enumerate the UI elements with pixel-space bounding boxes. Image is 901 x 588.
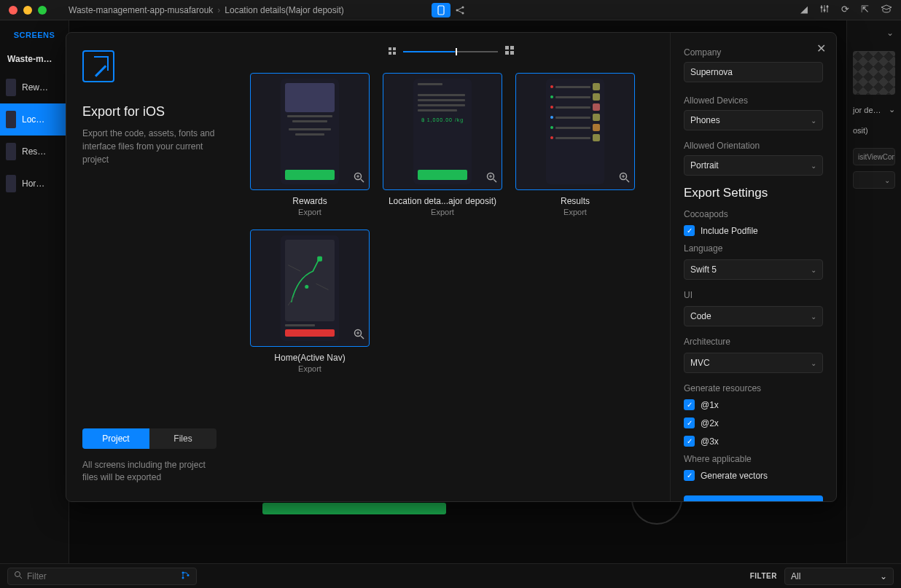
- svg-rect-0: [438, 6, 444, 15]
- inspector-field[interactable]: isitViewContro: [853, 148, 895, 165]
- architecture-label: Architecture: [684, 337, 823, 347]
- branch-icon[interactable]: [181, 571, 190, 582]
- close-icon[interactable]: ✕: [816, 42, 826, 55]
- res2x-checkbox[interactable]: ✓: [684, 418, 695, 428]
- sidebar-thumb: [6, 79, 16, 96]
- filter-select[interactable]: All ⌄: [784, 568, 894, 585]
- bottombar: FILTER All ⌄: [0, 563, 901, 588]
- zoom-slider[interactable]: [403, 51, 498, 52]
- include-podfile-label: Include Podfile: [701, 226, 758, 236]
- language-label: Language: [684, 243, 823, 254]
- modal-subtitle: Export the code, assets, fonts and inter…: [82, 127, 217, 166]
- svg-point-5: [824, 9, 826, 12]
- magnify-icon[interactable]: [354, 329, 364, 342]
- devices-select[interactable]: Phones⌄: [684, 110, 823, 130]
- export-modal: Export for iOS Export the code, assets, …: [66, 32, 837, 502]
- svg-point-4: [821, 7, 823, 9]
- svg-point-23: [305, 285, 308, 289]
- svg-point-6: [827, 6, 829, 8]
- breadcrumb-screen[interactable]: Location details(Major deposit): [225, 5, 343, 15]
- chevron-down-icon: ⌄: [811, 162, 816, 170]
- titlebar: Waste-management-app-musafarouk › Locati…: [0, 0, 901, 20]
- sidebar-item-rewards[interactable]: Rew…: [0, 71, 69, 103]
- open-external-icon[interactable]: ⇱: [861, 4, 869, 16]
- res3x-checkbox[interactable]: ✓: [684, 436, 695, 447]
- filter-input[interactable]: [27, 571, 176, 581]
- window-close[interactable]: [9, 6, 17, 15]
- screen-card-label: Results: [515, 196, 635, 206]
- export-button[interactable]: Export: [684, 495, 823, 501]
- architecture-select[interactable]: MVC⌄: [684, 353, 823, 373]
- inspector-preview: [853, 51, 895, 95]
- breadcrumb-project[interactable]: Waste-management-app-musafarouk: [69, 5, 213, 15]
- sidebar-thumb: [6, 143, 16, 160]
- svg-rect-15: [505, 46, 509, 50]
- modal-left-column: Export for iOS Export the code, assets, …: [66, 33, 233, 501]
- screen-card-location[interactable]: ฿ 1,000.00 /kg Location deta...ajor depo…: [383, 73, 502, 216]
- zoom-bar: [250, 46, 652, 57]
- window-zoom[interactable]: [38, 6, 47, 15]
- sidebar-item-home[interactable]: Hor…: [0, 168, 69, 200]
- chevron-down-icon[interactable]: ⌄: [886, 28, 894, 38]
- zoom-small-icon[interactable]: [389, 47, 396, 57]
- sidebar-item-label: Loc…: [22, 114, 44, 125]
- sidebar-item-label: Res…: [22, 146, 46, 157]
- sidebar-item-label: Hor…: [22, 179, 44, 189]
- svg-point-9: [182, 576, 184, 579]
- svg-rect-17: [505, 51, 509, 55]
- screen-card-sublabel: Export: [515, 208, 635, 216]
- ui-label: UI: [684, 290, 823, 300]
- inspector-text: jor de…: [853, 106, 881, 114]
- device-phone-button[interactable]: [432, 3, 450, 17]
- res1x-label: @1x: [701, 400, 719, 410]
- magnify-icon[interactable]: [354, 172, 364, 185]
- tab-files[interactable]: Files: [149, 428, 217, 449]
- res2x-label: @2x: [701, 418, 719, 428]
- company-label: Company: [684, 47, 823, 58]
- sidebar-item-location[interactable]: Loc…: [0, 103, 69, 136]
- device-share-button[interactable]: [450, 3, 469, 17]
- sidebar-item-results[interactable]: Res…: [0, 136, 69, 168]
- sidebar-project-title[interactable]: Waste-m…: [0, 47, 69, 71]
- svg-rect-14: [393, 52, 396, 55]
- fill-icon[interactable]: ◢: [800, 4, 808, 16]
- magnify-icon[interactable]: [619, 172, 630, 185]
- inspector-text: osit): [847, 119, 901, 142]
- chevron-down-icon[interactable]: ⌄: [889, 105, 895, 114]
- refresh-icon[interactable]: ⟳: [841, 4, 849, 16]
- zoom-slider-thumb[interactable]: [456, 48, 457, 55]
- res3x-label: @3x: [701, 436, 719, 447]
- filter-input-wrap[interactable]: [7, 568, 197, 585]
- modal-bottom-desc: All screens including the project files …: [82, 459, 217, 484]
- inspector-panel: ⌄ jor de… ⌄ osit) isitViewContro ⌄: [846, 20, 901, 563]
- vectors-checkbox[interactable]: ✓: [684, 470, 695, 481]
- graduation-icon[interactable]: [881, 4, 892, 16]
- chevron-down-icon: ⌄: [811, 359, 816, 367]
- include-podfile-checkbox[interactable]: ✓: [684, 225, 695, 236]
- modal-screen-grid-area: Rewards Export ฿ 1,000.00 /kg: [233, 33, 670, 501]
- svg-rect-12: [393, 47, 396, 50]
- screen-card-sublabel: Export: [250, 208, 370, 216]
- devices-label: Allowed Devices: [684, 95, 823, 106]
- svg-rect-13: [389, 52, 391, 55]
- screen-card-sublabel: Export: [383, 208, 502, 216]
- where-applicable-label: Where applicable: [684, 454, 823, 464]
- magnify-icon[interactable]: [486, 172, 497, 185]
- res1x-checkbox[interactable]: ✓: [684, 399, 695, 410]
- ui-select[interactable]: Code⌄: [684, 306, 823, 326]
- zoom-large-icon[interactable]: [505, 46, 514, 57]
- inspector-dropdown[interactable]: ⌄: [853, 171, 895, 189]
- svg-rect-22: [317, 256, 322, 262]
- language-select[interactable]: Swift 5⌄: [684, 259, 823, 280]
- export-scope-tabs: Project Files: [82, 428, 217, 449]
- svg-rect-11: [389, 47, 391, 50]
- orientation-select[interactable]: Portrait⌄: [684, 155, 823, 176]
- screen-card-rewards[interactable]: Rewards Export: [250, 73, 370, 216]
- settings-sliders-icon[interactable]: [819, 4, 830, 16]
- company-input[interactable]: [684, 62, 823, 82]
- bg-canvas-element: [262, 503, 446, 514]
- screen-card-home[interactable]: Home(Active Nav) Export: [250, 230, 370, 373]
- screen-card-results[interactable]: Results Export: [515, 73, 635, 216]
- tab-project[interactable]: Project: [82, 428, 149, 449]
- window-minimize[interactable]: [23, 6, 32, 15]
